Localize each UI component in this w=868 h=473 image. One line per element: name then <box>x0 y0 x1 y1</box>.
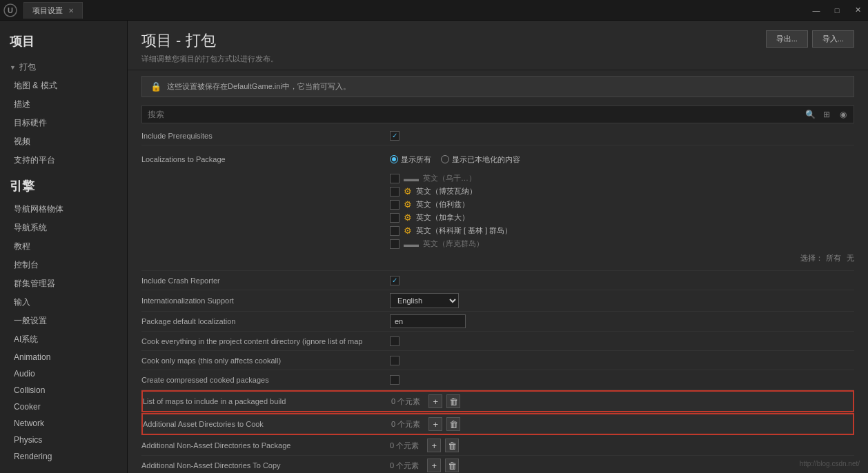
loc-radio-row: 显示所有 显示已本地化的内容 <box>390 154 520 165</box>
loc-list: ▬▬ 英文（乌干…） ⚙ 英文（博茨瓦纳） ⚙ 英文（伯利兹） <box>141 169 854 250</box>
arrow-icon: ▼ <box>10 64 16 71</box>
sidebar-item-nav-system[interactable]: 导航系统 <box>0 219 127 237</box>
additional-non-asset-dirs-label: Additional Non-Asset Directories to Pack… <box>141 441 390 450</box>
create-compressed-checkbox[interactable] <box>390 375 400 385</box>
sidebar-item-description[interactable]: 描述 <box>0 95 127 114</box>
sidebar-item-tutorial[interactable]: 教程 <box>0 237 127 256</box>
loc-star-1: ⚙ <box>404 186 412 197</box>
search-input[interactable] <box>142 106 800 123</box>
loc-checkbox-5[interactable] <box>390 239 400 249</box>
create-compressed-label: Create compressed cooked packages <box>141 376 390 384</box>
sidebar-item-ai[interactable]: AI系统 <box>0 330 127 349</box>
list-of-maps-delete-button[interactable]: 🗑 <box>446 394 460 408</box>
additional-non-asset-dirs-delete-button[interactable]: 🗑 <box>445 439 459 452</box>
search-icons: 🔍 ⊞ ◉ <box>800 107 854 122</box>
sidebar-item-network[interactable]: Network <box>0 415 127 432</box>
package-default-loc-control <box>390 314 854 328</box>
search-bar: 🔍 ⊞ ◉ <box>141 105 854 123</box>
internationalization-row: Internationalization Support English ICA… <box>141 290 854 312</box>
additional-non-asset-dirs-control: 0 个元素 + 🗑 <box>390 439 854 452</box>
project-settings-tab[interactable]: 项目设置 ✕ <box>23 2 83 19</box>
package-default-loc-input[interactable] <box>390 314 466 328</box>
cook-everything-checkbox[interactable] <box>390 336 400 346</box>
loc-item-2: ⚙ 英文（伯利兹） <box>390 198 854 211</box>
loc-faded-5: ▬▬ <box>404 240 419 248</box>
search-magnifier-icon[interactable]: 🔍 <box>802 107 818 122</box>
loc-item-text-2: 英文（伯利兹） <box>416 199 469 210</box>
tab-close-icon[interactable]: ✕ <box>68 7 74 14</box>
sidebar-item-animation[interactable]: Animation <box>0 349 127 365</box>
settings-view-icon[interactable]: ◉ <box>836 107 851 122</box>
sidebar-item-general[interactable]: 一般设置 <box>0 312 127 330</box>
grid-view-icon[interactable]: ⊞ <box>819 107 834 122</box>
title-bar: U 项目设置 ✕ — □ ✕ <box>0 0 868 21</box>
loc-checkbox-3[interactable] <box>390 213 400 223</box>
cook-everything-label: Cook everything in the project content d… <box>141 337 390 345</box>
additional-non-asset-dirs-copy-add-button[interactable]: + <box>427 459 441 472</box>
sidebar-item-console[interactable]: 控制台 <box>0 256 127 274</box>
sidebar-item-collision[interactable]: Collision <box>0 382 127 399</box>
sidebar-item-packaging[interactable]: ▼ 打包 <box>0 58 127 77</box>
create-compressed-control <box>390 375 854 385</box>
sidebar-item-nav-mesh[interactable]: 导航网格物体 <box>0 200 127 219</box>
additional-asset-dirs-delete-button[interactable]: 🗑 <box>446 417 460 431</box>
loc-item-4: ⚙ 英文（科科斯 [ 基林 ] 群岛） <box>390 224 854 237</box>
additional-asset-dirs-add-button[interactable]: + <box>428 417 442 431</box>
package-default-loc-label: Package default localization <box>141 317 390 325</box>
loc-item-text-0: ▬▬ <box>404 174 419 183</box>
include-crash-reporter-label: Include Crash Reporter <box>141 276 390 285</box>
loc-item-faded-5: 英文（库克群岛） <box>423 239 484 249</box>
minimize-button[interactable]: — <box>806 0 827 21</box>
loc-item-text-4: 英文（科科斯 [ 基林 ] 群岛） <box>416 225 512 236</box>
loc-checkbox-1[interactable] <box>390 187 400 197</box>
include-prerequisites-checkbox[interactable] <box>390 131 400 141</box>
additional-asset-dirs-control: 0 个元素 + 🗑 <box>391 417 853 431</box>
cook-only-maps-checkbox[interactable] <box>390 356 400 365</box>
export-button[interactable]: 导出... <box>766 30 808 48</box>
svg-text:U: U <box>8 6 13 14</box>
loc-checkbox-2[interactable] <box>390 200 400 210</box>
sidebar-item-maps-modes[interactable]: 地图 & 模式 <box>0 77 127 95</box>
show-all-radio[interactable]: 显示所有 <box>390 154 431 165</box>
package-default-loc-row: Package default localization <box>141 312 854 332</box>
cook-only-maps-label: Cook only maps (this only affects cookal… <box>141 356 390 365</box>
loc-label: Localizations to Package <box>141 155 390 163</box>
sidebar-item-crowd-manager[interactable]: 群集管理器 <box>0 274 127 293</box>
show-all-label: 显示所有 <box>401 154 431 165</box>
loc-item-faded-0: 英文（乌干…） <box>423 173 476 183</box>
content-area: 项目 - 打包 详细调整您项目的打包方式以进行发布。 导出... 导入... 🔒… <box>128 21 868 473</box>
loc-star-4: ⚙ <box>404 225 412 236</box>
select-none-link[interactable]: 无 <box>847 253 854 263</box>
loc-checkbox-0[interactable] <box>390 174 400 183</box>
select-all-link[interactable]: 所有 <box>826 253 841 263</box>
additional-non-asset-dirs-add-button[interactable]: + <box>427 439 441 452</box>
sidebar-item-target-hardware[interactable]: 目标硬件 <box>0 114 127 132</box>
sidebar-item-cooker[interactable]: Cooker <box>0 399 127 415</box>
additional-asset-dirs-row: Additional Asset Directories to Cook 0 个… <box>141 413 854 435</box>
page-subtitle: 详细调整您项目的打包方式以进行发布。 <box>141 54 278 64</box>
cook-everything-control <box>390 336 854 346</box>
internationalization-control: English ICAO None <box>390 293 854 308</box>
page-title-area: 项目 - 打包 详细调整您项目的打包方式以进行发布。 <box>141 30 278 64</box>
settings-panel: Include Prerequisites Localizations to P… <box>128 126 868 473</box>
sidebar-item-input[interactable]: 输入 <box>0 293 127 312</box>
loc-checkbox-4[interactable] <box>390 226 400 236</box>
list-of-maps-add-button[interactable]: + <box>428 394 442 408</box>
import-button[interactable]: 导入... <box>812 30 854 48</box>
include-crash-reporter-control <box>390 276 854 285</box>
sidebar-item-rendering[interactable]: Rendering <box>0 448 127 465</box>
sidebar-item-audio[interactable]: Audio <box>0 365 127 382</box>
additional-non-asset-dirs-copy-row: Additional Non-Asset Directories To Copy… <box>141 456 854 473</box>
maximize-button[interactable]: □ <box>827 0 847 21</box>
show-localized-radio[interactable]: 显示已本地化的内容 <box>441 154 520 165</box>
cook-everything-row: Cook everything in the project content d… <box>141 332 854 351</box>
sidebar-item-video[interactable]: 视频 <box>0 132 127 151</box>
include-crash-reporter-checkbox[interactable] <box>390 276 400 285</box>
close-button[interactable]: ✕ <box>847 0 868 21</box>
sidebar-section-project: 项目 <box>0 28 127 55</box>
loc-item-1: ⚙ 英文（博茨瓦纳） <box>390 185 854 198</box>
sidebar-item-physics[interactable]: Physics <box>0 432 127 448</box>
additional-non-asset-dirs-copy-delete-button[interactable]: 🗑 <box>445 459 459 472</box>
sidebar-item-supported-platforms[interactable]: 支持的平台 <box>0 151 127 170</box>
internationalization-select[interactable]: English ICAO None <box>390 293 459 308</box>
